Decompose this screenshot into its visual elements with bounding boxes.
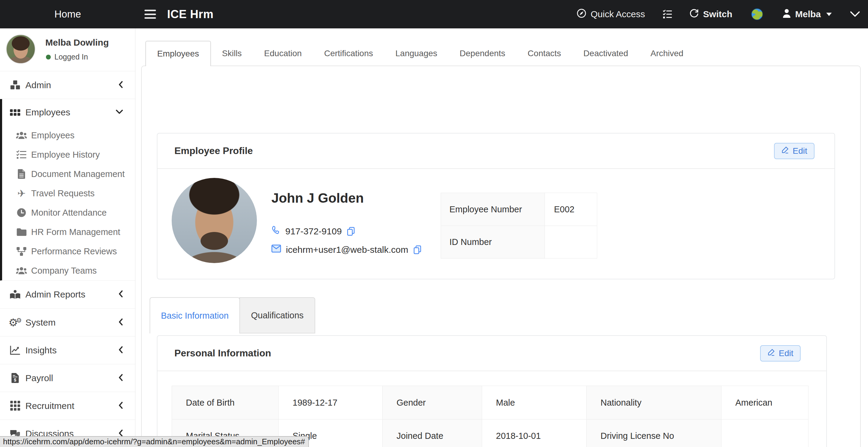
field-label: Joined Date: [383, 419, 482, 447]
sidebar-item-company-teams[interactable]: Company Teams: [2, 261, 135, 280]
tasks-icon[interactable]: [662, 9, 672, 19]
status-url: https://icehrm.com/app/demo-icehrm/?g=ad…: [0, 436, 309, 447]
edit-personal-information-button[interactable]: Edit: [760, 345, 801, 361]
personal-information-header: Personal Information Edit: [157, 336, 826, 371]
sidebar-item-employees-group[interactable]: Employees: [2, 99, 135, 126]
email-address[interactable]: icehrm+user1@web-stalk.com: [286, 245, 408, 255]
sidebar-item-hr-form-management[interactable]: HR Form Management: [2, 222, 135, 242]
language-globe-icon[interactable]: [751, 8, 763, 20]
app-brand[interactable]: ICE Hrm: [167, 8, 213, 21]
hamburger-icon[interactable]: [145, 10, 157, 19]
login-status: Logged In: [46, 53, 88, 61]
tab-certifications[interactable]: Certifications: [313, 41, 384, 66]
sidebar-item-insights[interactable]: Insights: [0, 336, 135, 364]
employee-name: John J Golden: [271, 191, 364, 206]
tab-basic-information[interactable]: Basic Information: [150, 297, 240, 333]
main-content: Employees Skills Education Certification…: [136, 28, 868, 447]
envelope-icon: [271, 244, 281, 255]
book-reader-icon: [8, 290, 22, 299]
field-label: Driving License No: [587, 419, 721, 447]
sidebar-item-monitor-attendance[interactable]: Monitor Attendance: [2, 203, 135, 222]
tab-archived[interactable]: Archived: [639, 41, 694, 66]
sidebar-item-payroll[interactable]: $ Payroll: [0, 364, 135, 392]
status-dot-icon: [46, 55, 51, 60]
email-row: icehrm+user1@web-stalk.com: [271, 244, 422, 255]
sidebar-item-admin[interactable]: Admin: [0, 71, 135, 99]
chevron-left-icon: [118, 290, 123, 299]
user-name: Melba Dowling: [45, 37, 109, 48]
card-title: Personal Information: [175, 348, 271, 359]
edit-profile-button[interactable]: Edit: [774, 143, 814, 159]
sidebar-item-system[interactable]: ⚙⚙ System: [0, 308, 135, 336]
chevron-left-icon: [118, 346, 123, 355]
sidebar-item-recruitment[interactable]: Recruitment: [0, 392, 135, 419]
copy-icon[interactable]: [413, 245, 422, 254]
field-value: Male: [482, 386, 587, 419]
sidebar-item-performance-reviews[interactable]: Performance Reviews: [2, 242, 135, 261]
sidebar-item-employee-history[interactable]: Employee History: [2, 145, 135, 164]
navbar-chevron-down-icon[interactable]: [850, 11, 860, 18]
field-value: 2018-10-01: [482, 419, 587, 447]
tab-qualifications[interactable]: Qualifications: [239, 297, 315, 333]
sidebar-item-employees[interactable]: Employees: [2, 126, 135, 145]
tab-skills[interactable]: Skills: [211, 41, 253, 66]
profile-photo[interactable]: [172, 178, 257, 263]
field-value: 1989-12-17: [279, 386, 383, 419]
field-value: [545, 226, 597, 258]
chevron-down-icon: [116, 109, 123, 116]
employee-profile-body: John J Golden 917-372-9109: [157, 169, 834, 279]
copy-icon[interactable]: [347, 227, 355, 236]
pencil-icon: [767, 348, 775, 358]
chevron-left-icon: [118, 374, 123, 382]
plane-icon: ✈: [16, 188, 28, 198]
table-row: ID Number: [441, 226, 597, 258]
sidebar: Melba Dowling Logged In Admin Employees: [0, 28, 135, 447]
avatar: [6, 34, 35, 64]
tab-languages[interactable]: Languages: [384, 41, 448, 66]
tab-education[interactable]: Education: [253, 41, 313, 66]
employee-profile-header: Employee Profile Edit: [157, 133, 834, 169]
sidebar-item-document-management[interactable]: Document Management: [2, 164, 135, 184]
field-label: Gender: [383, 386, 482, 419]
module-tabs: Employees Skills Education Certification…: [145, 41, 694, 66]
file-invoice-dollar-icon: $: [8, 373, 22, 383]
grid-3x3-icon: [8, 401, 22, 411]
tab-dependents[interactable]: Dependents: [448, 41, 517, 66]
list-check-icon: [16, 150, 28, 159]
sidebar-item-travel-requests[interactable]: ✈ Travel Requests: [2, 184, 135, 203]
employee-profile-card: Employee Profile Edit John J Golden: [157, 133, 835, 279]
tab-deactivated[interactable]: Deactivated: [572, 41, 639, 66]
chart-line-icon: [8, 346, 22, 355]
field-label: Employee Number: [441, 193, 545, 226]
file-lines-icon: [16, 169, 28, 179]
top-navbar: Home ICE Hrm Quick Access Switch: [0, 0, 868, 28]
quick-access-button[interactable]: Quick Access: [577, 8, 645, 20]
phone-number[interactable]: 917-372-9109: [285, 226, 342, 236]
cubes-icon: [8, 80, 22, 90]
gears-icon: ⚙⚙: [8, 317, 22, 328]
field-value: American: [721, 386, 808, 419]
navbar-right: Quick Access Switch Melba: [577, 0, 860, 28]
person-icon: [782, 8, 791, 20]
table-row: Employee Number E002: [441, 193, 597, 226]
chevron-left-icon: [118, 81, 123, 89]
home-link[interactable]: Home: [0, 8, 135, 20]
field-value: [721, 419, 808, 447]
field-label: Date of Birth: [172, 386, 279, 419]
sidebar-item-admin-reports[interactable]: Admin Reports: [0, 281, 135, 308]
compass-icon: [577, 8, 586, 20]
switch-button[interactable]: Switch: [689, 8, 732, 20]
field-label: ID Number: [441, 226, 545, 258]
svg-text:$: $: [14, 378, 16, 382]
pencil-icon: [781, 146, 789, 156]
rotate-icon: [689, 8, 699, 20]
folder-icon: [16, 228, 28, 236]
detail-subtabs: Basic Information Qualifications: [150, 297, 315, 333]
tab-employees[interactable]: Employees: [145, 41, 211, 66]
phone-row: 917-372-9109: [271, 226, 355, 237]
grid-icon: [8, 109, 22, 116]
tab-contacts[interactable]: Contacts: [517, 41, 572, 66]
user-menu[interactable]: Melba: [782, 8, 832, 20]
chevron-left-icon: [118, 402, 123, 410]
field-label: Nationality: [587, 386, 721, 419]
